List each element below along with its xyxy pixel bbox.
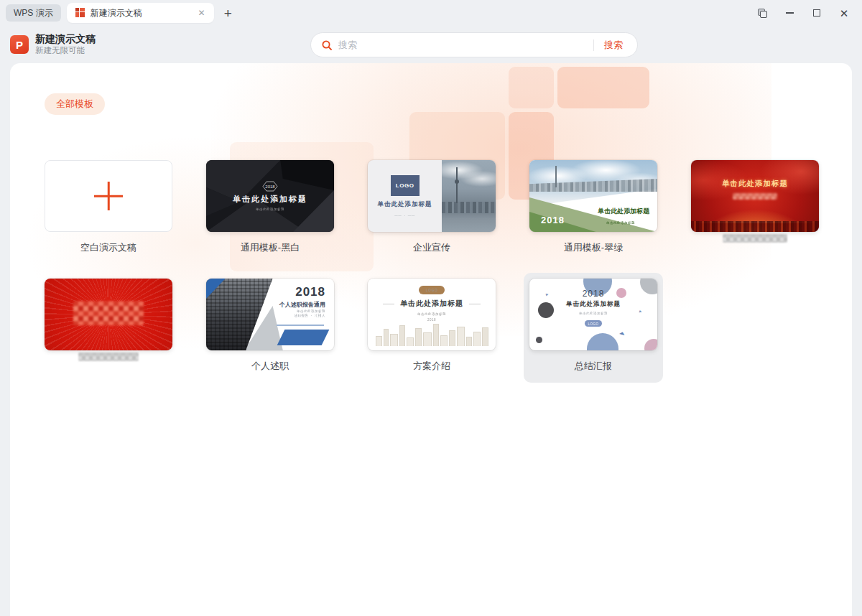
search-bar[interactable]: 搜索 <box>310 32 638 57</box>
ppt-app-logo: P <box>10 35 29 54</box>
redacted-template-label <box>723 234 787 243</box>
template-green-card[interactable]: 2018 单击此处添加标题 单击此处添加标题 <box>529 160 657 232</box>
window-manage-button[interactable] <box>749 3 776 23</box>
year-badge: 2018 <box>263 285 325 299</box>
template-cell-blank: 空白演示文稿 <box>45 160 172 254</box>
template-corporate-card[interactable]: LOGO 单击此处添加标题 —— ・ —— <box>368 160 496 232</box>
template-cell-red-festive: 单击此处添加标题 <box>691 160 819 254</box>
page-title: 新建演示文稿 <box>35 33 96 45</box>
app-header: P 新建演示文稿 新建无限可能 搜索 <box>0 26 862 63</box>
template-cell-summary-selected: ▸ ▸ ◥ 2018 单击此处添加标题 单击此处添加标题 LOGO 总结汇报 <box>529 279 657 373</box>
template-label: 企业宣传 <box>368 241 496 254</box>
new-tab-icon[interactable]: + <box>224 6 232 20</box>
sketch-skyline <box>372 320 491 346</box>
tab-bar: WPS 演示 新建演示文稿 ✕ + ✕ <box>0 0 862 26</box>
year-badge: 2018 <box>583 289 605 299</box>
slide-title: 单击此处添加标题 <box>233 194 307 205</box>
template-row-1: 空白演示文稿 2018 单击此处添加标题 单击此处添加标题 通用模板-黑白 <box>10 160 852 254</box>
redacted-title <box>73 301 144 325</box>
plus-icon <box>94 182 123 210</box>
hexagon-badge: 2018 <box>261 181 279 192</box>
template-label: 总结汇报 <box>529 360 657 373</box>
filter-all-templates[interactable]: 全部模板 <box>45 93 105 115</box>
template-label: 通用模板-黑白 <box>206 241 334 254</box>
search-button[interactable]: 搜索 <box>597 39 627 52</box>
slide-subtitle-decor: 述职报告 ・ 汇报人 <box>294 313 325 315</box>
maximize-icon <box>813 9 820 17</box>
template-cell-black-white: 2018 单击此处添加标题 单击此处添加标题 通用模板-黑白 <box>206 160 334 254</box>
search-icon <box>321 39 333 51</box>
tab-title: 新建演示文稿 <box>91 7 195 19</box>
template-red-rays-card[interactable] <box>45 279 172 350</box>
filter-label: 全部模板 <box>56 98 93 111</box>
slide-title: 单击此处添加标题 <box>378 200 432 209</box>
year-badge: 2018 <box>541 215 565 225</box>
close-tab-icon[interactable]: ✕ <box>195 7 208 19</box>
template-cell-green: 2018 单击此处添加标题 单击此处添加标题 通用模板-翠绿 <box>529 160 657 254</box>
redacted-subtitle <box>733 193 777 200</box>
svg-text:2018: 2018 <box>265 185 275 189</box>
slide-title: 单击此处添加标题 <box>598 207 649 216</box>
template-summary-card[interactable]: ▸ ▸ ◥ 2018 单击此处添加标题 单击此处添加标题 LOGO <box>529 279 657 350</box>
minimize-icon <box>786 12 794 14</box>
window-manage-icon <box>758 9 767 18</box>
template-cell-plan: LOGO 单击此处添加标题 单击此处添加标题 2018 方案介绍 <box>368 279 496 373</box>
template-cell-corporate: LOGO 单击此处添加标题 —— ・ —— 企业宣传 <box>368 160 496 254</box>
slide-subtitle: 单击此处添加标题 <box>256 207 284 209</box>
tab-new-presentation[interactable]: 新建演示文稿 ✕ <box>67 3 214 23</box>
logo-pill: LOGO <box>588 322 599 325</box>
blue-parallelogram <box>277 330 330 345</box>
template-black-white-card[interactable]: 2018 单击此处添加标题 单击此处添加标题 <box>206 160 334 232</box>
template-label: 通用模板-翠绿 <box>529 241 657 254</box>
slide-title: 个人述职报告通用 <box>263 301 325 309</box>
template-personal-card[interactable]: 2018 个人述职报告通用 单击此处添加标题 述职报告 ・ 汇报人 <box>206 279 334 350</box>
template-plan-card[interactable]: LOGO 单击此处添加标题 单击此处添加标题 2018 <box>368 279 496 350</box>
page-subtitle: 新建无限可能 <box>35 45 96 56</box>
slide-title: 单击此处添加标题 <box>566 300 621 309</box>
slide-subtitle-decor: 单击此处添加标题 <box>297 309 325 311</box>
template-gallery-panel: 全部模板 空白演示文稿 2018 单击此处添加标题 单击此处添加标题 <box>10 63 852 616</box>
slide-title: 单击此处添加标题 <box>400 299 463 309</box>
template-cell-red-rays <box>45 279 172 373</box>
wps-logo-icon <box>75 8 85 18</box>
slide-subtitle-decor: 单击此处添加标题 <box>417 312 446 314</box>
template-row-2: 2018 个人述职报告通用 单击此处添加标题 述职报告 ・ 汇报人 个人述职 L… <box>10 279 852 373</box>
window-controls: ✕ <box>749 3 862 23</box>
slide-title: 单击此处添加标题 <box>691 179 819 189</box>
template-cell-personal: 2018 个人述职报告通用 单击此处添加标题 述职报告 ・ 汇报人 个人述职 <box>206 279 334 373</box>
slide-subtitle: 单击此处添加标题 <box>606 220 635 223</box>
city-photo <box>442 160 496 232</box>
close-window-button[interactable]: ✕ <box>830 3 858 23</box>
template-label: 空白演示文稿 <box>45 241 172 254</box>
wps-home-button[interactable]: WPS 演示 <box>6 4 61 22</box>
minimize-button[interactable] <box>776 3 803 23</box>
maximize-button[interactable] <box>803 3 830 23</box>
template-label: 个人述职 <box>206 360 334 373</box>
template-blank-card[interactable] <box>45 160 172 232</box>
redacted-template-label <box>78 353 139 361</box>
logo-box: LOGO <box>391 175 420 196</box>
logo-pill: LOGO <box>425 289 437 292</box>
search-divider <box>593 39 594 51</box>
template-red-festive-card[interactable]: 单击此处添加标题 <box>691 160 819 232</box>
search-input[interactable] <box>338 39 588 50</box>
slide-subtitle: 单击此处添加标题 <box>579 311 608 313</box>
slide-subtitle-decor: —— ・ —— <box>394 213 415 215</box>
template-label: 方案介绍 <box>368 360 496 373</box>
city-silhouette <box>691 221 819 232</box>
wps-home-label: WPS 演示 <box>14 7 53 19</box>
